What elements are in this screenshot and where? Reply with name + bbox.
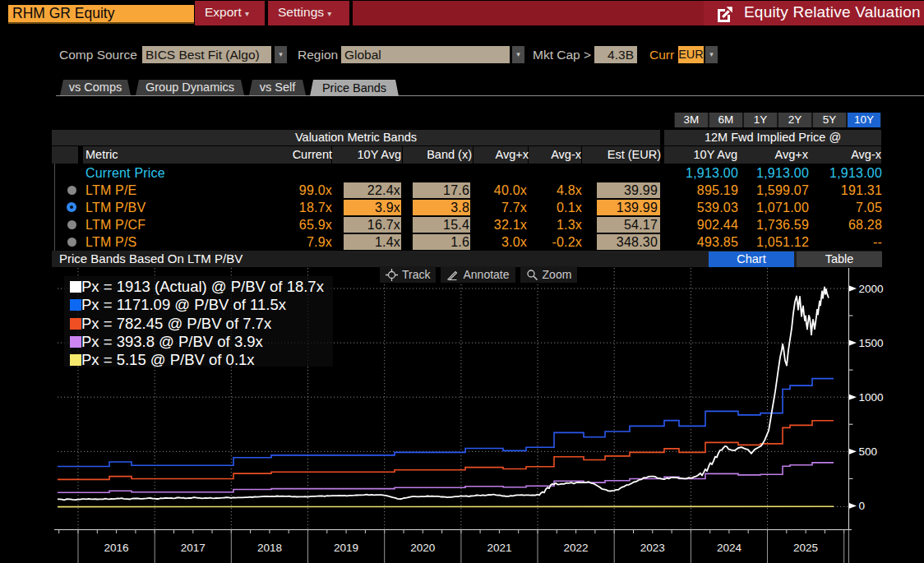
svg-text:2019: 2019 xyxy=(334,542,358,554)
svg-text:0: 0 xyxy=(859,500,866,512)
svg-text:2024: 2024 xyxy=(717,542,742,554)
svg-text:2022: 2022 xyxy=(564,542,589,554)
svg-text:2020: 2020 xyxy=(410,542,435,554)
svg-text:2021: 2021 xyxy=(487,542,511,554)
svg-text:2018: 2018 xyxy=(257,542,282,554)
svg-text:1500: 1500 xyxy=(859,337,884,349)
svg-text:500: 500 xyxy=(859,445,878,458)
svg-text:2023: 2023 xyxy=(640,542,665,554)
svg-text:2000: 2000 xyxy=(859,283,884,295)
svg-text:2016: 2016 xyxy=(104,542,129,554)
svg-text:2017: 2017 xyxy=(181,542,206,554)
svg-text:1000: 1000 xyxy=(859,391,884,404)
svg-text:2025: 2025 xyxy=(793,542,818,554)
